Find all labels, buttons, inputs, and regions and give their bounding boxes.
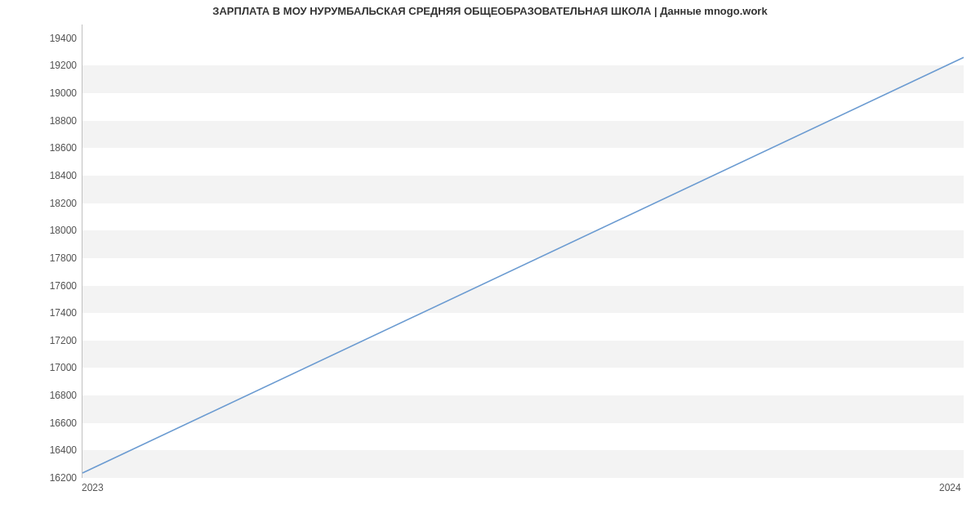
y-tick-label: 18400 xyxy=(28,170,77,181)
y-tick-label: 17200 xyxy=(28,335,77,346)
plot-area xyxy=(82,25,964,478)
y-tick-label: 17400 xyxy=(28,307,77,319)
chart-title: ЗАРПЛАТА В МОУ НУРУМБАЛЬСКАЯ СРЕДНЯЯ ОБЩ… xyxy=(0,5,980,17)
series-line xyxy=(82,57,964,473)
y-tick-label: 18600 xyxy=(28,142,77,154)
y-tick-label: 17600 xyxy=(28,280,77,292)
y-tick-label: 16600 xyxy=(28,417,77,429)
y-tick-label: 19000 xyxy=(28,87,77,99)
y-tick-label: 16800 xyxy=(28,390,77,401)
x-tick-label: 2023 xyxy=(82,482,104,493)
y-tick-label: 19200 xyxy=(28,60,77,71)
y-tick-label: 16200 xyxy=(28,472,77,484)
y-tick-label: 16400 xyxy=(28,444,77,456)
y-tick-label: 18200 xyxy=(28,198,77,209)
y-tick-label: 17800 xyxy=(28,252,77,264)
chart-container: ЗАРПЛАТА В МОУ НУРУМБАЛЬСКАЯ СРЕДНЯЯ ОБЩ… xyxy=(0,0,980,531)
y-tick-label: 17000 xyxy=(28,362,77,373)
x-tick-label: 2024 xyxy=(939,482,961,493)
y-tick-label: 18800 xyxy=(28,115,77,127)
y-tick-label: 19400 xyxy=(28,33,77,44)
y-tick-label: 18000 xyxy=(28,225,77,236)
line-series xyxy=(82,25,964,477)
